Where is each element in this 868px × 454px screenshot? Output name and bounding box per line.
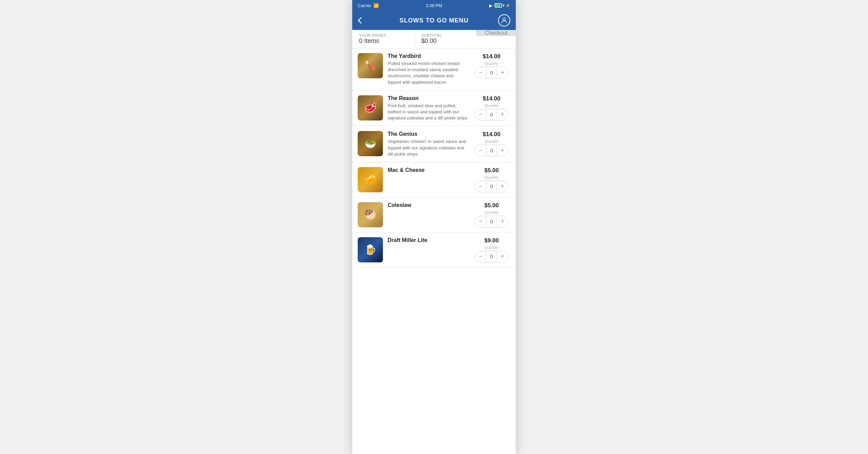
item-price-yardbird: $14.00	[483, 53, 500, 60]
item-details-coleslaw: Coleslaw	[388, 202, 468, 210]
menu-item-reason: 🥩 The Reason Pork butt, smoked slow and …	[352, 91, 516, 127]
qty-value-coleslaw: 0	[486, 217, 497, 226]
item-image-mac: 🧀	[358, 167, 383, 192]
quantity-row-yardbird: − 0 +	[475, 67, 508, 78]
quantity-label-miller: Quantity	[485, 245, 499, 249]
qty-value-reason: 0	[486, 110, 497, 119]
item-name-mac: Mac & Cheese	[388, 167, 468, 173]
item-controls-miller: $9.00 Quantity − 0 +	[473, 237, 510, 262]
item-desc-genius: Vegetarian 'chicken' in sweet sauce and …	[388, 139, 468, 157]
qty-increment-yardbird[interactable]: +	[497, 67, 508, 78]
item-image-yardbird: 🍗	[358, 53, 383, 78]
subtotal-info: SUBTOTAL $0.00	[415, 30, 477, 48]
menu-item-yardbird: 🍗 The Yardbird Pulled smoked Amish chick…	[352, 48, 516, 91]
carrier-label: Carrier	[358, 3, 371, 8]
quantity-label-mac: Quantity	[485, 175, 499, 179]
item-name-yardbird: The Yardbird	[388, 53, 468, 59]
order-bar: YOUR ORDER 0 Items SUBTOTAL $0.00 Checko…	[352, 30, 516, 48]
quantity-row-genius: − 0 +	[475, 145, 508, 156]
menu-item-miller: 🍺 Draft Miller Lite $9.00 Quantity − 0 +	[352, 232, 516, 267]
qty-increment-coleslaw[interactable]: +	[497, 216, 508, 227]
item-price-genius: $14.00	[483, 131, 500, 138]
qty-value-mac: 0	[486, 182, 497, 191]
item-price-reason: $14.00	[483, 95, 500, 102]
qty-decrement-miller[interactable]: −	[475, 251, 486, 262]
quantity-row-reason: − 0 +	[475, 109, 508, 120]
item-controls-yardbird: $14.00 Quantity − 0 +	[473, 53, 510, 78]
checkout-button[interactable]: Checkout	[476, 30, 516, 36]
qty-decrement-genius[interactable]: −	[475, 145, 486, 156]
subtotal-label: SUBTOTAL	[421, 33, 442, 37]
qty-decrement-yardbird[interactable]: −	[475, 67, 486, 78]
menu-item-coleslaw: 🥙 Coleslaw $5.00 Quantity − 0 +	[352, 197, 516, 232]
item-controls-mac: $5.00 Quantity − 0 +	[473, 167, 510, 192]
qty-value-miller: 0	[486, 252, 497, 261]
menu-item-mac: 🧀 Mac & Cheese $5.00 Quantity − 0 +	[352, 162, 516, 197]
order-items-count: 0 Items	[359, 37, 379, 45]
location-icon: ▶	[489, 3, 493, 8]
wifi-icon: 📶	[373, 3, 379, 8]
item-desc-reason: Pork butt, smoked slow and pulled, bathe…	[388, 103, 468, 121]
quantity-label-yardbird: Quantity	[485, 61, 499, 65]
menu-item-genius: 🥗 The Genius Vegetarian 'chicken' in swe…	[352, 126, 516, 162]
qty-decrement-reason[interactable]: −	[475, 109, 486, 120]
quantity-row-coleslaw: − 0 +	[475, 216, 508, 227]
quantity-label-coleslaw: Quantity	[485, 210, 499, 214]
qty-value-genius: 0	[486, 146, 497, 155]
your-order-label: YOUR ORDER	[359, 33, 386, 37]
svg-point-0	[503, 18, 505, 20]
time-label: 3:38 PM	[426, 3, 442, 8]
item-image-reason: 🥩	[358, 95, 383, 120]
item-name-reason: The Reason	[388, 95, 468, 101]
item-details-reason: The Reason Pork butt, smoked slow and pu…	[388, 95, 468, 121]
item-price-mac: $5.00	[484, 167, 499, 174]
item-image-genius: 🥗	[358, 131, 383, 156]
item-image-miller: 🍺	[358, 237, 383, 262]
subtotal-value: $0.00	[421, 37, 437, 45]
order-info: YOUR ORDER 0 Items	[352, 30, 414, 48]
item-image-coleslaw: 🥙	[358, 202, 383, 227]
item-controls-coleslaw: $5.00 Quantity − 0 +	[473, 202, 510, 227]
item-name-coleslaw: Coleslaw	[388, 202, 468, 208]
item-price-coleslaw: $5.00	[484, 202, 499, 209]
item-price-miller: $9.00	[484, 237, 499, 244]
back-button[interactable]	[358, 17, 370, 24]
status-bar: Carrier 📶 3:38 PM ▶ ⚡	[352, 0, 516, 11]
profile-button[interactable]	[498, 14, 510, 27]
qty-increment-genius[interactable]: +	[497, 145, 508, 156]
qty-value-yardbird: 0	[486, 68, 497, 77]
item-desc-yardbird: Pulled smoked Amish chicken breast drenc…	[388, 61, 468, 85]
item-details-miller: Draft Miller Lite	[388, 237, 468, 245]
item-controls-reason: $14.00 Quantity − 0 +	[473, 95, 510, 120]
quantity-row-miller: − 0 +	[475, 251, 508, 262]
item-name-miller: Draft Miller Lite	[388, 237, 468, 243]
nav-header: SLOWS TO GO MENU	[352, 11, 516, 30]
item-controls-genius: $14.00 Quantity − 0 +	[473, 131, 510, 156]
battery-icon: ⚡	[495, 3, 510, 8]
item-name-genius: The Genius	[388, 131, 468, 137]
item-details-genius: The Genius Vegetarian 'chicken' in sweet…	[388, 131, 468, 157]
qty-increment-miller[interactable]: +	[497, 251, 508, 262]
item-details-mac: Mac & Cheese	[388, 167, 468, 175]
quantity-label-reason: Quantity	[485, 103, 499, 108]
qty-increment-reason[interactable]: +	[497, 109, 508, 120]
qty-increment-mac[interactable]: +	[497, 181, 508, 192]
menu-list: 🍗 The Yardbird Pulled smoked Amish chick…	[352, 48, 516, 454]
item-details-yardbird: The Yardbird Pulled smoked Amish chicken…	[388, 53, 468, 85]
page-title: SLOWS TO GO MENU	[370, 17, 498, 24]
quantity-label-genius: Quantity	[485, 139, 499, 143]
qty-decrement-mac[interactable]: −	[475, 181, 486, 192]
qty-decrement-coleslaw[interactable]: −	[475, 216, 486, 227]
quantity-row-mac: − 0 +	[475, 181, 508, 192]
